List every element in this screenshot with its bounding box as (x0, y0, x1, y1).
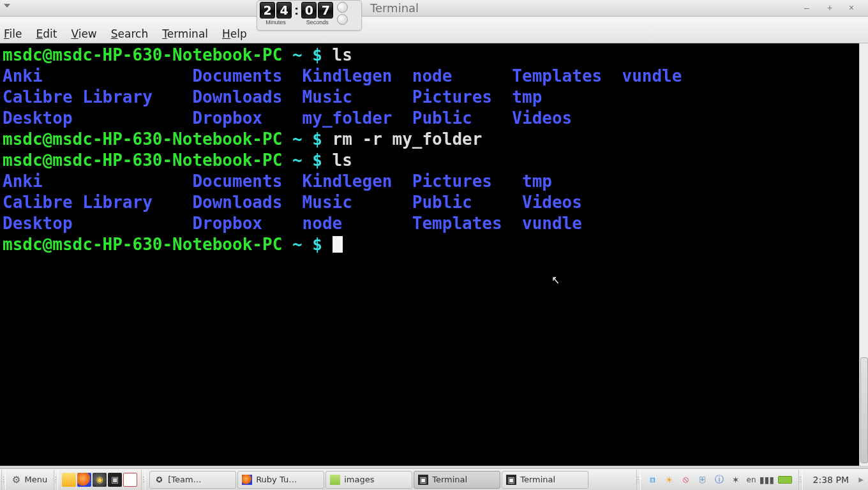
update-shield-icon[interactable]: ⛨ (697, 474, 708, 486)
quicklaunch-calendar-icon[interactable] (123, 473, 137, 487)
network-tray-icon[interactable]: ▮▮▮ (761, 474, 773, 486)
command-2: rm -r my_folder (333, 130, 483, 149)
system-tray: ⋮ ⧈ ☀ ⦸ ⛨ ⓘ ✶ en ▮▮▮ ⋮ 2:38 PM ▶ (631, 470, 868, 489)
menu-view[interactable]: View (71, 27, 96, 40)
window-minimize-button[interactable]: – (802, 3, 812, 13)
terminal-icon: ▣ (506, 475, 516, 485)
timer-minutes-label: Minutes (266, 19, 286, 26)
app-menu-dropdown-icon[interactable] (4, 4, 10, 8)
task-label: Ruby Tu… (256, 475, 297, 484)
start-menu-label: Menu (24, 475, 47, 484)
ls-output-row: Calibre Library Downloads Music Public V… (3, 193, 582, 212)
timer-seconds-ones: 7 (318, 2, 333, 19)
scrollbar-thumb[interactable] (860, 357, 868, 463)
app-icon: ✪ (154, 475, 164, 485)
command-3: ls (333, 151, 352, 170)
quicklaunch-notes-icon[interactable] (62, 473, 76, 487)
window-title: Terminal (370, 1, 419, 15)
menu-search[interactable]: Search (111, 27, 148, 40)
panel-handle-icon[interactable]: ⋮ (798, 470, 803, 489)
command-1: ls (333, 45, 352, 64)
quicklaunch-firefox-icon[interactable] (77, 473, 91, 487)
task-button-images[interactable]: images (326, 471, 412, 489)
terminal-icon: ▣ (418, 475, 428, 485)
ls-output-row: Calibre Library Downloads Music Pictures… (3, 87, 542, 107)
timer-control-button-top[interactable] (337, 2, 348, 13)
menu-file[interactable]: File (4, 27, 22, 40)
info-tray-icon[interactable]: ⓘ (714, 474, 725, 486)
folder-icon (330, 475, 340, 485)
prompt-path: ~ $ (282, 235, 332, 254)
firefox-icon (242, 475, 252, 485)
timer-minutes-ones: 4 (276, 2, 292, 19)
start-menu-button[interactable]: ⚙ Menu (7, 471, 52, 489)
panel-handle-icon[interactable]: ⋮ (1, 470, 6, 489)
task-label: images (344, 475, 374, 484)
timer-seconds-group: 0 7 Seconds (301, 2, 333, 26)
timer-control-button-bottom[interactable] (337, 14, 348, 25)
taskbar-clock[interactable]: 2:38 PM (813, 475, 849, 485)
prompt-user: msdc@msdc-HP-630-Notebook-PC (3, 130, 282, 149)
task-button-team[interactable]: ✪ [Team… (149, 471, 236, 489)
terminal-menubar: File Edit View Search Terminal Help (0, 17, 868, 43)
timer-seconds-tens: 0 (301, 2, 317, 19)
terminal-cursor (333, 236, 343, 253)
task-label: Terminal (432, 475, 467, 484)
ls-output-row: Desktop Dropbox node Templates vundle (3, 214, 582, 233)
panel-handle-icon[interactable]: ⋮ (54, 470, 58, 489)
task-button-ruby[interactable]: Ruby Tu… (237, 471, 324, 489)
timer-minutes-tens: 2 (260, 2, 275, 19)
prompt-path: ~ $ (282, 45, 332, 64)
blocked-tray-icon[interactable]: ⦸ (680, 474, 692, 486)
task-button-terminal-active[interactable]: ▣ Terminal (414, 471, 500, 489)
window-close-button[interactable]: × (846, 3, 857, 13)
timer-seconds-label: Seconds (306, 19, 329, 26)
ls-output-row: Anki Documents Kindlegen node Templates … (3, 66, 682, 85)
desktop-taskbar: ⋮ ⚙ Menu ⋮ ◉ ▣ ⋮ ✪ [Team… Ruby Tu… image… (0, 468, 868, 490)
menu-edit[interactable]: Edit (36, 27, 57, 40)
prompt-user: msdc@msdc-HP-630-Notebook-PC (3, 235, 282, 254)
prompt-user: msdc@msdc-HP-630-Notebook-PC (3, 45, 282, 64)
panel-end-arrow-icon[interactable]: ▶ (858, 476, 864, 483)
quicklaunch-terminal-icon[interactable]: ▣ (108, 473, 122, 487)
taskbar-tasks: ✪ [Team… Ruby Tu… images ▣ Terminal ▣ Te… (147, 471, 588, 489)
panel-handle-icon[interactable]: ⋮ (141, 470, 146, 489)
countdown-timer-widget: 2 4 Minutes : 0 7 Seconds (257, 0, 362, 31)
battery-tray-icon[interactable] (778, 476, 792, 484)
window-maximize-button[interactable]: + (825, 3, 835, 13)
menu-help[interactable]: Help (222, 27, 247, 40)
prompt-user: msdc@msdc-HP-630-Notebook-PC (3, 151, 282, 170)
menu-terminal[interactable]: Terminal (162, 27, 208, 40)
task-button-terminal[interactable]: ▣ Terminal (502, 471, 588, 489)
timer-minutes-group: 2 4 Minutes (260, 2, 292, 26)
bluetooth-tray-icon[interactable]: ✶ (730, 474, 742, 486)
ls-output-row: Desktop Dropbox my_folder Public Videos (3, 108, 572, 128)
prompt-path: ~ $ (282, 130, 332, 149)
dropbox-tray-icon[interactable]: ⧈ (647, 474, 659, 486)
window-titlebar: Terminal – + × (0, 0, 868, 17)
timer-colon: : (294, 2, 299, 19)
keyboard-layout-indicator[interactable]: en (747, 475, 756, 484)
terminal-scrollbar[interactable] (859, 43, 868, 466)
prompt-path: ~ $ (282, 151, 332, 170)
task-label: Terminal (520, 475, 555, 484)
gear-icon: ⚙ (12, 474, 20, 486)
quicklaunch-media-icon[interactable]: ◉ (93, 473, 107, 487)
weather-tray-icon[interactable]: ☀ (664, 474, 675, 486)
ls-output-row: Anki Documents Kindlegen Pictures tmp (3, 172, 552, 191)
task-label: [Team… (168, 475, 201, 484)
quicklaunch-bar: ◉ ▣ (59, 473, 140, 487)
panel-handle-icon[interactable]: ⋮ (636, 470, 641, 489)
terminal-viewport[interactable]: msdc@msdc-HP-630-Notebook-PC ~ $ ls Anki… (0, 43, 859, 466)
